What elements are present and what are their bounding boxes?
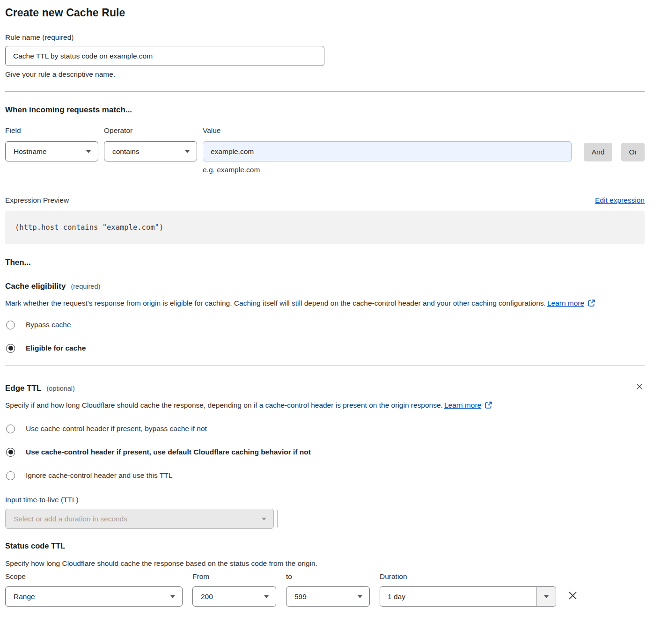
operator-label: Operator — [104, 126, 197, 135]
radio-use-header-bypass-label: Use cache-control header if present, byp… — [26, 424, 207, 433]
page-title: Create new Cache Rule — [5, 7, 645, 19]
cache-eligibility-options: Bypass cache Eligible for cache — [5, 320, 645, 353]
external-link-icon — [588, 299, 595, 307]
to-select[interactable]: 599 — [286, 586, 370, 607]
radio-unselected-icon — [6, 471, 15, 480]
cache-eligibility-required-badge: (required) — [71, 283, 100, 290]
edge-ttl-optional-badge: (optional) — [46, 385, 74, 392]
operator-select-value: contains — [112, 147, 140, 156]
ttl-duration-placeholder: Select or add a duration in seconds — [6, 509, 254, 528]
value-label: Value — [203, 126, 572, 135]
value-helper: e.g. example.com — [203, 166, 572, 174]
radio-selected-icon — [6, 344, 15, 353]
radio-bypass-cache-label: Bypass cache — [26, 321, 71, 329]
scope-select-value: Range — [14, 593, 35, 601]
expression-code: (http.host contains "example.com") — [15, 223, 163, 232]
radio-ignore-header[interactable]: Ignore cache-control header and use this… — [5, 471, 645, 480]
radio-eligible-for-cache-label: Eligible for cache — [26, 344, 86, 352]
cache-eligibility-description-text: Mark whether the request's response from… — [5, 299, 546, 307]
cache-eligibility-description: Mark whether the request's response from… — [5, 297, 632, 310]
edge-ttl-options: Use cache-control header if present, byp… — [5, 424, 645, 480]
rule-name-input[interactable] — [5, 46, 324, 66]
ttl-input-label: Input time-to-live (TTL) — [5, 496, 645, 504]
radio-eligible-for-cache[interactable]: Eligible for cache — [5, 344, 645, 353]
scope-select[interactable]: Range — [5, 586, 183, 607]
radio-use-header-default-label: Use cache-control header if present, use… — [26, 448, 311, 456]
remove-status-code-row-button[interactable] — [566, 589, 579, 602]
text-caret — [277, 510, 278, 527]
dropdown-caret-icon — [170, 595, 175, 598]
from-select[interactable]: 200 — [192, 586, 276, 607]
rule-name-label: Rule name (required) — [5, 33, 645, 42]
or-button[interactable]: Or — [621, 143, 645, 161]
duration-label: Duration — [380, 572, 556, 581]
expression-preview-box: (http.host contains "example.com") — [5, 211, 645, 244]
match-heading: When incoming requests match... — [5, 105, 645, 115]
and-button[interactable]: And — [584, 143, 612, 161]
edge-ttl-heading: Edge TTL — [5, 384, 41, 393]
dropdown-caret-icon — [86, 150, 91, 153]
ttl-duration-dropdown-button[interactable] — [254, 509, 273, 528]
create-cache-rule-form: Create new Cache Rule Rule name (require… — [0, 0, 661, 621]
dropdown-caret-icon — [264, 595, 269, 598]
match-condition-row: Field Hostname Operator contains Value e… — [5, 126, 645, 174]
to-label: to — [286, 572, 370, 581]
value-input[interactable] — [203, 141, 572, 161]
status-code-ttl-heading: Status code TTL — [5, 542, 645, 550]
edge-ttl-description: Specify if and how long Cloudflare shoul… — [5, 399, 632, 412]
radio-use-header-bypass[interactable]: Use cache-control header if present, byp… — [5, 424, 645, 433]
duration-dropdown-button[interactable] — [536, 587, 556, 606]
radio-unselected-icon — [6, 321, 15, 329]
edit-expression-link[interactable]: Edit expression — [595, 196, 645, 205]
expression-preview-label: Expression Preview — [5, 196, 69, 205]
dropdown-caret-icon — [262, 518, 266, 520]
radio-use-header-default[interactable]: Use cache-control header if present, use… — [5, 447, 645, 457]
radio-bypass-cache[interactable]: Bypass cache — [5, 320, 645, 329]
section-divider — [5, 366, 645, 366]
remove-icon — [567, 590, 578, 601]
status-code-ttl-row: Scope Range From 200 to 599 Duration — [5, 572, 645, 607]
edge-ttl-close-button[interactable] — [634, 381, 645, 392]
radio-selected-icon — [6, 448, 15, 457]
ttl-duration-select[interactable]: Select or add a duration in seconds — [5, 509, 274, 529]
operator-select[interactable]: contains — [104, 141, 197, 161]
radio-ignore-header-label: Ignore cache-control header and use this… — [26, 471, 172, 480]
section-divider — [5, 91, 645, 92]
then-heading: Then... — [5, 258, 645, 267]
close-icon — [635, 382, 644, 391]
cache-eligibility-learn-more-link[interactable]: Learn more — [547, 299, 584, 307]
from-select-value: 200 — [201, 593, 213, 601]
status-code-ttl-description: Specify how long Cloudflare should cache… — [5, 559, 645, 568]
to-select-value: 599 — [294, 593, 307, 601]
cache-eligibility-heading: Cache eligibility — [5, 282, 66, 291]
duration-combobox — [380, 586, 556, 607]
dropdown-caret-icon — [185, 150, 190, 153]
edge-ttl-description-text: Specify if and how long Cloudflare shoul… — [5, 401, 443, 409]
rule-name-helper: Give your rule a descriptive name. — [5, 70, 645, 79]
external-link-icon — [485, 401, 492, 409]
scope-label: Scope — [5, 572, 183, 581]
duration-input[interactable] — [380, 587, 536, 606]
from-label: From — [192, 572, 276, 581]
dropdown-caret-icon — [544, 595, 549, 598]
field-select-value: Hostname — [14, 147, 47, 156]
field-label: Field — [5, 126, 98, 135]
radio-unselected-icon — [6, 424, 15, 433]
field-select[interactable]: Hostname — [5, 141, 98, 161]
dropdown-caret-icon — [358, 595, 362, 598]
edge-ttl-learn-more-link[interactable]: Learn more — [444, 401, 481, 409]
